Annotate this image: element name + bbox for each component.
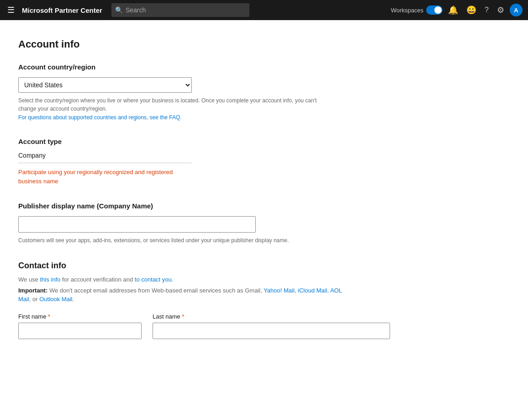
publisher-section: Publisher display name (Company Name) Cu… — [18, 202, 347, 245]
account-type-description: Participate using your regionally recogn… — [18, 168, 192, 186]
name-fields-row: First name * Last name * — [18, 313, 347, 339]
first-name-label: First name * — [18, 313, 142, 320]
nav-right-controls: Workspaces 🔔 😀 ? ⚙ A — [391, 3, 523, 17]
publisher-info-text: Customers will see your apps, add-ins, e… — [18, 236, 329, 245]
faq-link[interactable]: For questions about supported countries … — [18, 114, 182, 121]
top-navigation: ☰ Microsoft Partner Center 🔍 Workspaces … — [0, 0, 528, 20]
icloud-mail-link[interactable]: iCloud Mail — [298, 287, 327, 294]
search-input[interactable] — [126, 6, 246, 14]
notification-icon[interactable]: 🔔 — [445, 3, 461, 17]
search-bar[interactable]: 🔍 — [111, 3, 249, 17]
last-name-required-marker: * — [182, 313, 184, 320]
workspaces-label: Workspaces — [391, 7, 423, 14]
first-name-group: First name * — [18, 313, 142, 339]
publisher-label: Publisher display name (Company Name) — [18, 202, 347, 210]
last-name-group: Last name * — [153, 313, 390, 339]
account-type-label: Account type — [18, 138, 347, 145]
menu-hamburger-icon[interactable]: ☰ — [5, 3, 16, 17]
first-name-required-marker: * — [48, 313, 50, 320]
workspaces-toggle[interactable] — [426, 5, 443, 15]
emoji-icon[interactable]: 😀 — [464, 3, 479, 17]
first-name-input[interactable] — [18, 323, 142, 339]
contact-info-label: Contact info — [18, 261, 347, 271]
outlook-mail-link[interactable]: Outlook Mail — [39, 296, 72, 303]
avatar[interactable]: A — [510, 4, 523, 16]
yahoo-mail-link[interactable]: Yahoo! Mail — [264, 287, 295, 294]
main-content: Account info Account country/region Unit… — [0, 20, 365, 383]
last-name-label: Last name * — [153, 313, 390, 320]
country-region-select[interactable]: United States Canada United Kingdom Germ… — [18, 77, 192, 93]
last-name-input[interactable] — [153, 323, 390, 339]
account-country-section: Account country/region United States Can… — [18, 63, 347, 121]
page-title: Account info — [18, 38, 347, 50]
account-type-section: Account type Company Participate using y… — [18, 138, 347, 186]
settings-icon[interactable]: ⚙ — [494, 3, 507, 17]
contact-info-important: Important: We don't accept email address… — [18, 286, 347, 304]
app-title: Microsoft Partner Center — [22, 6, 102, 14]
account-type-value: Company — [18, 152, 192, 163]
contact-info-section: Contact info We use this info for accoun… — [18, 261, 347, 339]
publisher-name-input[interactable] — [18, 216, 256, 233]
search-icon: 🔍 — [115, 6, 123, 14]
help-icon[interactable]: ? — [482, 4, 491, 16]
contact-info-line1: We use this info for account verificatio… — [18, 275, 347, 284]
account-country-label: Account country/region — [18, 63, 347, 71]
country-info-text: Select the country/region where you live… — [18, 96, 329, 113]
